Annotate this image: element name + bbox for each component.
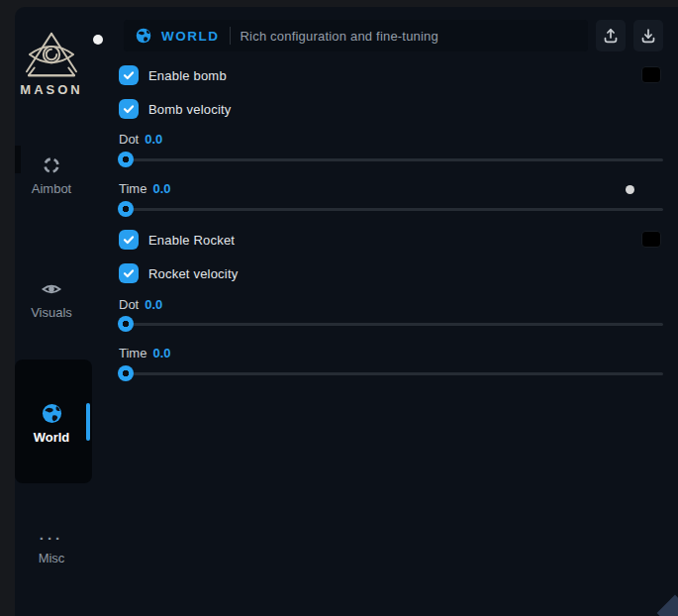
check-icon xyxy=(123,103,135,115)
slider-thumb[interactable] xyxy=(118,365,134,381)
slider-value: 0.0 xyxy=(145,297,162,312)
checkbox-label: Enable bomb xyxy=(148,68,227,83)
checkbox-row-enable-bomb: Enable bomb xyxy=(119,65,663,85)
bomb-color-swatch[interactable] xyxy=(641,66,661,83)
checkbox-row-enable-rocket: Enable Rocket xyxy=(119,230,663,250)
logo-label: MASON xyxy=(15,82,88,97)
sidebar-item-misc[interactable]: ... Misc xyxy=(15,525,88,565)
globe-icon xyxy=(42,403,62,424)
enable-bomb-checkbox[interactable] xyxy=(119,65,139,85)
cursor-dot xyxy=(93,35,103,45)
mason-eye-pyramid-icon xyxy=(21,31,82,80)
checkbox-label: Enable Rocket xyxy=(148,233,235,248)
main-content: WORLD Rich configuration and fine-tuning xyxy=(119,20,663,381)
active-item-indicator xyxy=(86,403,90,441)
checkbox-label: Bomb velocity xyxy=(148,102,232,117)
rocket-time-slider[interactable] xyxy=(119,365,663,381)
slider-label-time: Time 0.0 xyxy=(119,345,663,360)
check-icon xyxy=(123,267,135,279)
upload-icon xyxy=(602,27,620,45)
download-config-button[interactable] xyxy=(633,20,663,51)
sidebar-item-visuals[interactable]: Visuals xyxy=(15,279,88,320)
sidebar-item-label: Visuals xyxy=(31,305,72,320)
slider-label-dot: Dot 0.0 xyxy=(119,131,663,147)
header-divider xyxy=(230,27,231,45)
slider-name: Dot xyxy=(119,132,139,147)
upload-config-button[interactable] xyxy=(596,20,626,51)
slider-value: 0.0 xyxy=(152,181,170,196)
page-title: WORLD xyxy=(161,29,220,44)
sidebar-item-label: World xyxy=(34,430,70,445)
corner-glint xyxy=(657,595,678,616)
check-icon xyxy=(123,234,135,246)
slider-name: Time xyxy=(119,181,146,196)
cursor-dot xyxy=(626,185,634,194)
slider-track[interactable] xyxy=(119,208,663,211)
bomb-dot-slider[interactable] xyxy=(119,152,663,167)
sidebar-item-label: Aimbot xyxy=(32,181,71,196)
checkbox-row-rocket-velocity: Rocket velocity xyxy=(119,263,663,283)
sidebar-item-label: Misc xyxy=(39,551,65,565)
rocket-color-swatch[interactable] xyxy=(641,231,661,248)
rocket-velocity-checkbox[interactable] xyxy=(119,263,139,283)
slider-label-time: Time 0.0 xyxy=(119,180,663,196)
ellipsis-icon: ... xyxy=(40,525,64,545)
slider-name: Dot xyxy=(119,297,139,312)
download-icon xyxy=(639,27,657,45)
slider-track[interactable] xyxy=(119,372,663,375)
checkbox-row-bomb-velocity: Bomb velocity xyxy=(119,99,663,119)
enable-rocket-checkbox[interactable] xyxy=(119,230,139,250)
slider-track[interactable] xyxy=(119,323,663,326)
slider-name: Time xyxy=(119,346,146,360)
rocket-dot-slider[interactable] xyxy=(119,316,663,332)
mason-logo: MASON xyxy=(15,31,88,97)
check-icon xyxy=(123,69,135,81)
eye-icon xyxy=(42,279,61,299)
slider-value: 0.0 xyxy=(145,132,162,147)
slider-value: 0.0 xyxy=(152,346,170,360)
slider-thumb[interactable] xyxy=(118,152,134,167)
slider-thumb[interactable] xyxy=(118,201,134,217)
globe-icon xyxy=(136,28,151,44)
header-bar: WORLD Rich configuration and fine-tuning xyxy=(124,20,588,51)
crosshair-icon xyxy=(42,155,61,175)
checkbox-label: Rocket velocity xyxy=(148,266,238,281)
page-subtitle: Rich configuration and fine-tuning xyxy=(241,29,438,44)
sidebar-item-world[interactable]: World xyxy=(15,403,88,445)
slider-thumb[interactable] xyxy=(118,316,134,332)
bomb-time-slider[interactable] xyxy=(119,201,663,217)
sidebar-item-aimbot[interactable]: Aimbot xyxy=(15,155,88,196)
bomb-velocity-checkbox[interactable] xyxy=(119,99,139,119)
menu-window: MASON Aimbot Visuals World xyxy=(15,7,678,616)
slider-label-dot: Dot 0.0 xyxy=(119,296,663,312)
page-header: WORLD Rich configuration and fine-tuning xyxy=(124,20,663,51)
slider-track[interactable] xyxy=(119,158,663,161)
